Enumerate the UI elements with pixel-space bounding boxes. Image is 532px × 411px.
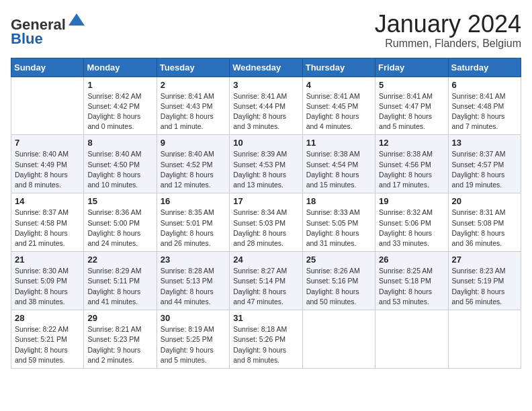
day-info: Sunrise: 8:21 AM Sunset: 5:23 PM Dayligh… bbox=[87, 324, 152, 365]
header-row: SundayMondayTuesdayWednesdayThursdayFrid… bbox=[11, 58, 521, 77]
day-info: Sunrise: 8:26 AM Sunset: 5:16 PM Dayligh… bbox=[306, 266, 371, 307]
day-header-wednesday: Wednesday bbox=[230, 58, 302, 77]
day-info: Sunrise: 8:41 AM Sunset: 4:48 PM Dayligh… bbox=[452, 91, 517, 132]
day-number: 23 bbox=[161, 255, 226, 265]
day-cell: 18Sunrise: 8:33 AM Sunset: 5:05 PM Dayli… bbox=[302, 193, 375, 252]
day-header-saturday: Saturday bbox=[448, 58, 521, 77]
day-number: 27 bbox=[452, 255, 517, 265]
day-cell: 10Sunrise: 8:39 AM Sunset: 4:53 PM Dayli… bbox=[230, 135, 302, 193]
day-cell: 5Sunrise: 8:41 AM Sunset: 4:47 PM Daylig… bbox=[375, 77, 448, 135]
day-info: Sunrise: 8:34 AM Sunset: 5:03 PM Dayligh… bbox=[233, 208, 298, 248]
day-info: Sunrise: 8:19 AM Sunset: 5:25 PM Dayligh… bbox=[161, 324, 226, 365]
day-cell: 4Sunrise: 8:41 AM Sunset: 4:45 PM Daylig… bbox=[302, 77, 375, 135]
calendar-table: SundayMondayTuesdayWednesdayThursdayFrid… bbox=[11, 58, 521, 369]
day-info: Sunrise: 8:36 AM Sunset: 5:00 PM Dayligh… bbox=[87, 208, 152, 248]
day-number: 4 bbox=[306, 80, 371, 90]
day-number: 8 bbox=[87, 138, 152, 148]
day-cell: 20Sunrise: 8:31 AM Sunset: 5:08 PM Dayli… bbox=[448, 193, 521, 252]
week-row-2: 7Sunrise: 8:40 AM Sunset: 4:49 PM Daylig… bbox=[11, 135, 521, 193]
day-number: 14 bbox=[15, 196, 80, 206]
day-info: Sunrise: 8:37 AM Sunset: 4:58 PM Dayligh… bbox=[15, 208, 80, 248]
day-number: 25 bbox=[306, 255, 371, 265]
week-row-5: 28Sunrise: 8:22 AM Sunset: 5:21 PM Dayli… bbox=[11, 310, 521, 369]
day-cell: 16Sunrise: 8:35 AM Sunset: 5:01 PM Dayli… bbox=[157, 193, 229, 252]
day-info: Sunrise: 8:23 AM Sunset: 5:19 PM Dayligh… bbox=[452, 266, 517, 307]
day-cell: 14Sunrise: 8:37 AM Sunset: 4:58 PM Dayli… bbox=[11, 193, 84, 252]
day-header-sunday: Sunday bbox=[11, 58, 84, 77]
day-info: Sunrise: 8:22 AM Sunset: 5:21 PM Dayligh… bbox=[15, 324, 80, 365]
logo-icon bbox=[67, 11, 86, 30]
day-number: 31 bbox=[233, 313, 298, 323]
day-info: Sunrise: 8:40 AM Sunset: 4:52 PM Dayligh… bbox=[161, 149, 226, 190]
header: General Blue January 2024 Rummen, Flande… bbox=[11, 11, 521, 50]
day-header-tuesday: Tuesday bbox=[157, 58, 229, 77]
day-info: Sunrise: 8:41 AM Sunset: 4:43 PM Dayligh… bbox=[161, 91, 226, 132]
day-cell: 23Sunrise: 8:28 AM Sunset: 5:13 PM Dayli… bbox=[157, 252, 229, 310]
month-title: January 2024 bbox=[375, 11, 521, 38]
day-number: 1 bbox=[87, 80, 152, 90]
day-cell: 25Sunrise: 8:26 AM Sunset: 5:16 PM Dayli… bbox=[302, 252, 375, 310]
day-info: Sunrise: 8:31 AM Sunset: 5:08 PM Dayligh… bbox=[452, 208, 517, 248]
day-info: Sunrise: 8:40 AM Sunset: 4:50 PM Dayligh… bbox=[87, 149, 152, 190]
logo-blue-text: Blue bbox=[11, 30, 43, 48]
day-info: Sunrise: 8:40 AM Sunset: 4:49 PM Dayligh… bbox=[15, 149, 80, 190]
day-number: 15 bbox=[87, 196, 152, 206]
day-cell: 21Sunrise: 8:30 AM Sunset: 5:09 PM Dayli… bbox=[11, 252, 84, 310]
day-cell: 6Sunrise: 8:41 AM Sunset: 4:48 PM Daylig… bbox=[448, 77, 521, 135]
day-number: 3 bbox=[233, 80, 298, 90]
day-cell: 3Sunrise: 8:41 AM Sunset: 4:44 PM Daylig… bbox=[230, 77, 302, 135]
day-info: Sunrise: 8:30 AM Sunset: 5:09 PM Dayligh… bbox=[15, 266, 80, 307]
day-number: 30 bbox=[161, 313, 226, 323]
day-number: 11 bbox=[306, 138, 371, 148]
day-info: Sunrise: 8:25 AM Sunset: 5:18 PM Dayligh… bbox=[379, 266, 444, 307]
day-info: Sunrise: 8:41 AM Sunset: 4:45 PM Dayligh… bbox=[306, 91, 371, 132]
day-cell: 7Sunrise: 8:40 AM Sunset: 4:49 PM Daylig… bbox=[11, 135, 84, 193]
day-number: 18 bbox=[306, 196, 371, 206]
day-cell: 8Sunrise: 8:40 AM Sunset: 4:50 PM Daylig… bbox=[84, 135, 157, 193]
week-row-4: 21Sunrise: 8:30 AM Sunset: 5:09 PM Dayli… bbox=[11, 252, 521, 310]
day-info: Sunrise: 8:39 AM Sunset: 4:53 PM Dayligh… bbox=[233, 149, 298, 190]
day-number: 29 bbox=[87, 313, 152, 323]
day-number: 28 bbox=[15, 313, 80, 323]
svg-marker-0 bbox=[69, 13, 85, 26]
page-container: General Blue January 2024 Rummen, Flande… bbox=[0, 0, 532, 374]
day-info: Sunrise: 8:41 AM Sunset: 4:44 PM Dayligh… bbox=[233, 91, 298, 132]
day-cell: 31Sunrise: 8:18 AM Sunset: 5:26 PM Dayli… bbox=[230, 310, 302, 369]
day-cell: 15Sunrise: 8:36 AM Sunset: 5:00 PM Dayli… bbox=[84, 193, 157, 252]
day-number: 21 bbox=[15, 255, 80, 265]
day-number: 17 bbox=[233, 196, 298, 206]
day-number: 6 bbox=[452, 80, 517, 90]
day-number: 9 bbox=[161, 138, 226, 148]
day-number: 22 bbox=[87, 255, 152, 265]
day-info: Sunrise: 8:38 AM Sunset: 4:54 PM Dayligh… bbox=[306, 149, 371, 190]
day-cell: 26Sunrise: 8:25 AM Sunset: 5:18 PM Dayli… bbox=[375, 252, 448, 310]
day-header-monday: Monday bbox=[84, 58, 157, 77]
day-cell: 13Sunrise: 8:37 AM Sunset: 4:57 PM Dayli… bbox=[448, 135, 521, 193]
day-number: 16 bbox=[161, 196, 226, 206]
day-info: Sunrise: 8:41 AM Sunset: 4:47 PM Dayligh… bbox=[379, 91, 444, 132]
week-row-3: 14Sunrise: 8:37 AM Sunset: 4:58 PM Dayli… bbox=[11, 193, 521, 252]
day-cell: 27Sunrise: 8:23 AM Sunset: 5:19 PM Dayli… bbox=[448, 252, 521, 310]
day-cell bbox=[448, 310, 521, 369]
day-cell bbox=[302, 310, 375, 369]
location: Rummen, Flanders, Belgium bbox=[375, 38, 521, 50]
day-cell: 29Sunrise: 8:21 AM Sunset: 5:23 PM Dayli… bbox=[84, 310, 157, 369]
day-header-friday: Friday bbox=[375, 58, 448, 77]
day-info: Sunrise: 8:37 AM Sunset: 4:57 PM Dayligh… bbox=[452, 149, 517, 190]
day-cell: 1Sunrise: 8:42 AM Sunset: 4:42 PM Daylig… bbox=[84, 77, 157, 135]
day-info: Sunrise: 8:18 AM Sunset: 5:26 PM Dayligh… bbox=[233, 324, 298, 365]
day-info: Sunrise: 8:28 AM Sunset: 5:13 PM Dayligh… bbox=[161, 266, 226, 307]
logo: General Blue bbox=[11, 11, 86, 48]
day-cell: 19Sunrise: 8:32 AM Sunset: 5:06 PM Dayli… bbox=[375, 193, 448, 252]
day-number: 24 bbox=[233, 255, 298, 265]
week-row-1: 1Sunrise: 8:42 AM Sunset: 4:42 PM Daylig… bbox=[11, 77, 521, 135]
day-cell bbox=[11, 77, 84, 135]
title-block: January 2024 Rummen, Flanders, Belgium bbox=[375, 11, 521, 50]
day-cell: 9Sunrise: 8:40 AM Sunset: 4:52 PM Daylig… bbox=[157, 135, 229, 193]
day-number: 2 bbox=[161, 80, 226, 90]
day-cell: 24Sunrise: 8:27 AM Sunset: 5:14 PM Dayli… bbox=[230, 252, 302, 310]
day-number: 5 bbox=[379, 80, 444, 90]
day-number: 12 bbox=[379, 138, 444, 148]
day-info: Sunrise: 8:38 AM Sunset: 4:56 PM Dayligh… bbox=[379, 149, 444, 190]
day-info: Sunrise: 8:27 AM Sunset: 5:14 PM Dayligh… bbox=[233, 266, 298, 307]
